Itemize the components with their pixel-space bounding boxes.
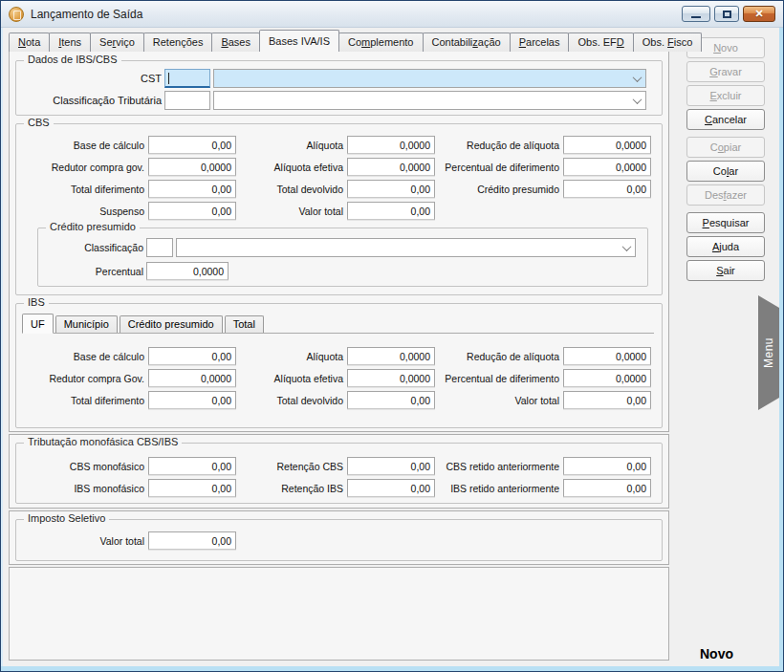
ibs-tab-uf[interactable]: UF — [22, 314, 54, 334]
ibs-field-aliquota[interactable]: 0,0000 — [347, 347, 435, 365]
close-icon: ✕ — [754, 8, 763, 20]
group-tributacao-monofasica: Tributação monofásica CBS/IBS CBS monofá… — [15, 443, 663, 504]
percentual-field[interactable]: 0,0000 — [146, 262, 229, 280]
maximize-icon — [723, 11, 731, 18]
sair-button[interactable]: Sair — [686, 260, 765, 281]
ibs-tab-municipio[interactable]: Município — [55, 315, 118, 333]
monofasica-label-cbs-retido-anteriormente: CBS retido anteriormente — [439, 461, 559, 472]
tab-itens[interactable]: Itens — [49, 33, 91, 52]
chevron-down-icon — [633, 73, 642, 82]
cancelar-button[interactable]: Cancelar — [686, 109, 765, 130]
ibs-tab-credito-presumido[interactable]: Crédito presumido — [120, 315, 223, 333]
cbs-label-base-de-calculo: Base de cálculo — [18, 140, 144, 151]
ibs-label-total-diferimento: Total diferimento — [18, 395, 144, 406]
classificacao-label: Classificação — [40, 242, 143, 253]
cst-label: CST — [18, 73, 162, 84]
cst-input[interactable] — [164, 69, 210, 88]
ibs-field-reducao-de-aliquota[interactable]: 0,0000 — [563, 347, 651, 365]
tab-obs-fisco[interactable]: Obs. Fisco — [633, 33, 703, 52]
close-button[interactable]: ✕ — [743, 6, 775, 22]
window-frame-bottom — [1, 666, 783, 671]
chevron-down-icon — [633, 95, 642, 104]
dialog-lancamento-de-saida: Lançamento de Saída ✕ NotaItensServiçoRe… — [0, 0, 784, 672]
tab-nota[interactable]: Nota — [9, 33, 50, 52]
ibs-field-valor-total[interactable]: 0,00 — [563, 391, 651, 409]
monofasica-label-cbs-monofasico: CBS monofásico — [18, 461, 144, 472]
monofasica-label-retencao-cbs: Retenção CBS — [240, 461, 343, 472]
section-imposto-seletivo: Imposto Seletivo Valor total0,00 — [9, 510, 669, 565]
ibs-label-valor-total: Valor total — [439, 395, 559, 406]
monofasica-field-cbs-retido-anteriormente[interactable]: 0,00 — [563, 457, 651, 475]
minimize-icon — [691, 16, 701, 18]
group-title: IBS — [24, 296, 49, 308]
gravar-button[interactable]: Gravar — [686, 61, 765, 82]
cbs-field-valor-total[interactable]: 0,00 — [347, 202, 435, 220]
cbs-label-reducao-de-aliquota: Redução de alíquota — [439, 140, 559, 151]
group-credito-presumido: Crédito presumido Classificação Percentu… — [37, 228, 648, 287]
monofasica-field-retencao-ibs[interactable]: 0,00 — [347, 479, 435, 497]
cbs-label-valor-total: Valor total — [240, 206, 343, 217]
pesquisar-button[interactable]: Pesquisar — [686, 212, 765, 233]
cbs-field-aliquota[interactable]: 0,0000 — [347, 136, 435, 154]
monofasica-field-ibs-retido-anteriormente[interactable]: 0,00 — [563, 479, 651, 497]
ajuda-button[interactable]: Ajuda — [686, 236, 765, 257]
classificacao-tributaria-label: Classificação Tributária — [18, 95, 162, 106]
group-title: CBS — [24, 117, 54, 128]
tab-servico[interactable]: Serviço — [90, 33, 144, 52]
ibs-field-percentual-de-diferimento[interactable]: 0,0000 — [563, 369, 651, 387]
monofasica-label-ibs-retido-anteriormente: IBS retido anteriormente — [439, 483, 559, 494]
cbs-field-percentual-de-diferimento[interactable]: 0,0000 — [563, 158, 651, 176]
monofasica-label-retencao-ibs: Retenção IBS — [240, 483, 343, 494]
sidebar-buttons: NovoGravarExcluirCancelarCopiarColarDesf… — [672, 28, 779, 284]
window-title: Lançamento de Saída — [31, 8, 142, 21]
tab-contabilizacao[interactable]: Contabilização — [423, 33, 511, 52]
cbs-field-base-de-calculo[interactable]: 0,00 — [148, 136, 236, 154]
cst-combo[interactable] — [213, 69, 646, 88]
ibs-field-total-diferimento[interactable]: 0,00 — [148, 391, 236, 409]
cbs-field-credito-presumido[interactable]: 0,00 — [563, 180, 651, 198]
ibs-field-aliquota-efetiva[interactable]: 0,0000 — [347, 369, 435, 387]
status-mode-label: Novo — [700, 646, 733, 661]
maximize-button[interactable] — [714, 6, 739, 22]
desfazer-button[interactable]: Desfazer — [686, 184, 765, 206]
tab-bases[interactable]: Bases — [211, 33, 260, 52]
ibs-field-redutor-compra-gov[interactable]: 0,0000 — [148, 369, 236, 387]
monofasica-field-ibs-monofasico[interactable]: 0,00 — [148, 479, 236, 497]
cbs-field-reducao-de-aliquota[interactable]: 0,0000 — [563, 136, 651, 154]
classificacao-tributaria-combo[interactable] — [213, 91, 646, 110]
tab-bar: NotaItensServiçoRetençõesBasesBases IVA/… — [9, 30, 701, 52]
group-title: Imposto Seletivo — [24, 512, 109, 524]
ibs-field-total-devolvido[interactable]: 0,00 — [347, 391, 435, 409]
colar-button[interactable]: Colar — [686, 161, 765, 182]
ibs-field-base-de-calculo[interactable]: 0,00 — [148, 347, 236, 365]
classificacao-tributaria-input[interactable] — [164, 91, 210, 110]
cbs-field-redutor-compra-gov[interactable]: 0,0000 — [148, 158, 236, 176]
group-title: Tributação monofásica CBS/IBS — [24, 436, 182, 447]
tab-bases-iva-is[interactable]: Bases IVA/IS — [259, 30, 339, 52]
app-icon — [9, 7, 24, 22]
classificacao-combo[interactable] — [176, 238, 636, 257]
cbs-fields: Base de cálculo0,00Alíquota0,0000Redução… — [16, 124, 662, 222]
ibs-label-aliquota-efetiva: Alíquota efetiva — [240, 373, 343, 384]
copiar-button[interactable]: Copiar — [686, 137, 765, 158]
tab-retencoes[interactable]: Retenções — [143, 33, 213, 52]
imposto-seletivo-field-valor-total[interactable]: 0,00 — [148, 531, 236, 550]
menu-slide-tab[interactable]: Menu — [758, 295, 779, 410]
monofasica-field-cbs-monofasico[interactable]: 0,00 — [148, 457, 236, 475]
minimize-button[interactable] — [682, 6, 710, 22]
tab-parcelas[interactable]: Parcelas — [510, 33, 570, 52]
cbs-field-total-diferimento[interactable]: 0,00 — [148, 180, 236, 198]
monofasica-field-retencao-cbs[interactable]: 0,00 — [347, 457, 435, 475]
classificacao-input[interactable] — [146, 238, 173, 257]
excluir-button[interactable]: Excluir — [686, 85, 765, 106]
cbs-label-credito-presumido: Crédito presumido — [439, 184, 559, 195]
cbs-field-aliquota-efetiva[interactable]: 0,0000 — [347, 158, 435, 176]
ibs-fields: Base de cálculo0,00Alíquota0,0000Redução… — [16, 337, 662, 411]
ibs-tab-total[interactable]: Total — [225, 315, 264, 333]
cbs-field-suspenso[interactable]: 0,00 — [148, 202, 236, 220]
cbs-label-total-devolvido: Total devolvido — [240, 184, 343, 195]
tab-complemento[interactable]: Complemento — [338, 33, 424, 52]
cbs-field-total-devolvido[interactable]: 0,00 — [347, 180, 435, 198]
tab-obs-efd[interactable]: Obs. EFD — [568, 33, 633, 52]
monofasica-fields: CBS monofásico0,00Retenção CBS0,00CBS re… — [16, 444, 662, 499]
